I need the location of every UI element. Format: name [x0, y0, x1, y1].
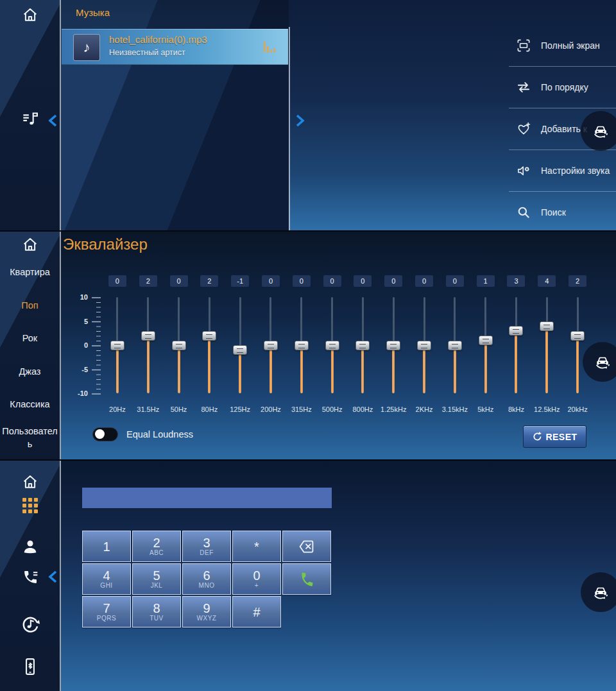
slider-thumb[interactable]	[448, 341, 462, 350]
equalizer-preset[interactable]: Джаз	[0, 355, 60, 389]
slider-track[interactable]	[209, 297, 210, 336]
slider-thumb[interactable]	[264, 341, 278, 350]
equalizer-preset[interactable]: Рок	[0, 322, 60, 355]
slider-track[interactable]	[178, 297, 180, 345]
slider-fill[interactable]	[576, 336, 579, 393]
track-row[interactable]: ♪ hotel_california(0).mp3 Неизвестный ар…	[62, 29, 288, 65]
slider-thumb[interactable]	[141, 331, 155, 341]
slider-fill[interactable]	[392, 345, 395, 393]
dialpad-icon[interactable]	[0, 498, 60, 513]
car-sync-icon	[590, 350, 615, 374]
equalizer-panel: КвартираПопРокДжазКлассикаПользователь Э…	[0, 232, 616, 459]
equalizer-preset[interactable]: Квартира	[0, 256, 60, 289]
slider-fill[interactable]	[300, 345, 303, 393]
slider-fill[interactable]	[361, 345, 364, 393]
slider-thumb[interactable]	[355, 341, 370, 350]
key-backspace[interactable]	[282, 531, 331, 562]
equal-loudness-toggle[interactable]	[92, 427, 118, 441]
slider-track[interactable]	[239, 297, 241, 350]
slider-track[interactable]	[484, 297, 486, 341]
key-call[interactable]	[282, 563, 331, 595]
slider-thumb[interactable]	[540, 321, 554, 331]
equalizer-preset[interactable]: Классика	[0, 388, 60, 422]
key-1[interactable]: 1	[82, 531, 131, 562]
track-note-icon: ♪	[73, 34, 100, 61]
key-3[interactable]: 3 DEF	[182, 531, 231, 562]
band-value-badge: 0	[446, 275, 464, 287]
slider-fill[interactable]	[147, 336, 150, 393]
slider-thumb[interactable]	[386, 341, 400, 350]
contacts-icon[interactable]	[0, 536, 60, 557]
collapse-chevron-left-icon[interactable]	[47, 570, 58, 584]
key-9[interactable]: 9 WXYZ	[182, 596, 231, 627]
car-mode-button[interactable]	[581, 572, 616, 612]
equalizer-preset-list: КвартираПопРокДжазКлассикаПользователь	[0, 256, 60, 455]
slider-track[interactable]	[454, 297, 456, 345]
phone-number-display[interactable]	[82, 488, 332, 508]
bluetooth-device-icon[interactable]	[0, 656, 60, 678]
expand-chevron-right-icon[interactable]	[295, 114, 305, 128]
key-6[interactable]: 6 MNO	[182, 563, 231, 595]
home-icon[interactable]	[0, 235, 60, 254]
equalizer-preset[interactable]: Пользователь	[0, 422, 60, 455]
key-5[interactable]: 5 JKL	[132, 563, 181, 595]
audio-icon[interactable]	[0, 613, 60, 635]
slider-thumb[interactable]	[295, 341, 309, 350]
car-mode-button[interactable]	[581, 111, 616, 151]
key-8[interactable]: 8 TUV	[132, 596, 181, 627]
slider-thumb[interactable]	[202, 331, 216, 341]
key-2[interactable]: 2 ABC	[132, 531, 181, 562]
key-7[interactable]: 7 PQRS	[82, 596, 131, 627]
slider-track[interactable]	[362, 297, 364, 345]
slider-fill[interactable]	[178, 345, 180, 393]
slider-thumb[interactable]	[233, 345, 247, 355]
menu-item-sound-settings[interactable]: Настройки звука	[509, 149, 616, 191]
menu-item-search[interactable]: Поиск	[509, 191, 616, 230]
slider-track[interactable]	[270, 297, 271, 345]
slider-track[interactable]	[424, 297, 425, 345]
slider-track[interactable]	[393, 297, 395, 345]
slider-fill[interactable]	[484, 341, 487, 394]
slider-thumb[interactable]	[110, 341, 124, 350]
slider-thumb[interactable]	[325, 341, 339, 350]
slider-track[interactable]	[577, 297, 579, 336]
key-0[interactable]: 0 +	[232, 563, 281, 595]
home-icon[interactable]	[0, 472, 60, 491]
sound-settings-icon	[515, 162, 532, 179]
slider-thumb[interactable]	[509, 326, 523, 336]
scale-label: -10	[69, 389, 88, 397]
slider-fill[interactable]	[208, 336, 210, 393]
slider-track[interactable]	[331, 297, 333, 345]
slider-track[interactable]	[116, 297, 118, 345]
equalizer-band: 0 3.15kHz	[440, 275, 470, 420]
key-4[interactable]: 4 GHI	[82, 563, 131, 595]
slider-thumb[interactable]	[479, 336, 493, 345]
slider-thumb[interactable]	[172, 341, 186, 350]
key-*[interactable]: *	[232, 531, 281, 562]
slider-fill[interactable]	[423, 345, 425, 393]
band-value-badge: 2	[569, 275, 586, 287]
equalizer-band: 0 2KHz	[409, 275, 440, 420]
reset-button[interactable]: RESET	[523, 425, 586, 448]
home-icon[interactable]	[0, 5, 60, 24]
add-to-favorites-icon	[515, 121, 532, 137]
key-#[interactable]: #	[232, 596, 281, 627]
slider-fill[interactable]	[116, 345, 119, 393]
band-value-badge: 0	[108, 275, 126, 287]
equalizer-main: Эквалайзер 1050-5-10 0 20Hz 2 31.5Hz 0 5…	[61, 232, 616, 459]
menu-item-play-order[interactable]: Добавить к По порядку	[509, 66, 616, 108]
slider-fill[interactable]	[239, 350, 241, 394]
equalizer-preset[interactable]: Поп	[0, 289, 60, 323]
slider-track[interactable]	[147, 297, 149, 336]
fullscreen-icon	[515, 37, 532, 54]
slider-track[interactable]	[300, 297, 302, 345]
slider-thumb[interactable]	[417, 341, 431, 350]
slider-fill[interactable]	[331, 345, 334, 393]
slider-fill[interactable]	[454, 345, 456, 393]
slider-fill[interactable]	[270, 345, 272, 393]
collapse-chevron-left-icon[interactable]	[47, 114, 58, 128]
slider-fill[interactable]	[515, 331, 517, 394]
slider-fill[interactable]	[545, 326, 548, 393]
slider-thumb[interactable]	[570, 331, 585, 341]
menu-item-fullscreen[interactable]: Полный экран	[509, 24, 616, 66]
